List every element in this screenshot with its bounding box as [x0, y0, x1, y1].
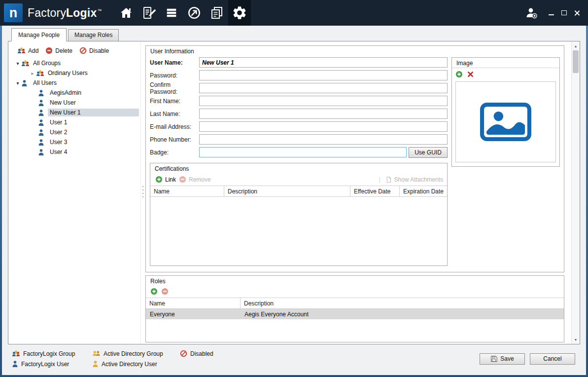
column-header-description[interactable]: Description [224, 186, 350, 196]
remove-image-button[interactable] [467, 71, 474, 78]
role-row-selected[interactable]: Everyone Aegis Everyone Account [146, 309, 564, 319]
scroll-up-button[interactable]: ▲ [572, 42, 580, 50]
materials-nav-button[interactable] [160, 0, 183, 26]
tree-item-user[interactable]: AegisAdmin [10, 88, 140, 98]
tree-item-user[interactable]: User 4 [10, 147, 140, 157]
email-field[interactable] [199, 121, 448, 132]
tree-item-label: AegisAdmin [48, 89, 83, 97]
first-name-field[interactable] [199, 96, 448, 106]
form-row-badge: Badge: Use GUID [150, 147, 448, 157]
vertical-scrollbar[interactable]: ▲ ▼ [571, 41, 580, 344]
settings-nav-button[interactable] [228, 0, 251, 26]
tab-manage-people[interactable]: Manage People [11, 28, 67, 41]
confirm-password-field[interactable] [199, 83, 448, 93]
image-frame[interactable] [455, 81, 556, 162]
email-label: E-mail Address: [150, 123, 199, 130]
add-button[interactable]: Add [17, 47, 38, 54]
footer-bar: FactoryLogix Group Active Directory Grou… [2, 344, 586, 375]
show-attachments-label: Show Attachments [394, 176, 443, 183]
link-label: Link [165, 176, 176, 183]
remove-certification-button[interactable]: Remove [179, 176, 211, 183]
tree-item-user[interactable]: New User [10, 98, 140, 108]
image-box: Image [451, 57, 560, 167]
save-button[interactable]: Save [480, 353, 525, 365]
user-icon [38, 119, 48, 126]
stack-icon [165, 6, 178, 19]
npi-nav-button[interactable] [138, 0, 160, 26]
reports-nav-button[interactable] [206, 0, 228, 26]
add-image-button[interactable] [455, 71, 463, 78]
logoff-user-button[interactable] [525, 6, 538, 19]
remove-role-button[interactable] [161, 288, 169, 295]
user-icon [38, 129, 48, 136]
disable-button[interactable]: Disable [79, 47, 109, 54]
tree-item-user[interactable]: User 2 [10, 127, 140, 137]
certifications-box: Certifications Link [150, 163, 448, 266]
column-header-description[interactable]: Description [241, 298, 564, 308]
user-icon [38, 89, 48, 97]
detail-panel: User Information User Name: Password: [144, 41, 571, 344]
toolbar-separator: | [378, 176, 382, 183]
link-certification-button[interactable]: Link [155, 176, 176, 183]
role-name-cell: Everyone [146, 309, 241, 319]
add-role-button[interactable] [150, 288, 158, 295]
scrollbar-thumb[interactable] [573, 50, 579, 73]
password-field[interactable] [199, 70, 448, 80]
user-icon [21, 79, 31, 87]
minus-circle-icon [45, 47, 53, 54]
first-name-label: First Name: [150, 98, 199, 105]
expander-expanded-icon[interactable]: ▾ [14, 61, 21, 66]
minimize-button[interactable] [549, 10, 554, 15]
window-controls [549, 10, 582, 16]
phone-field[interactable] [199, 134, 448, 145]
tree-item-all-groups[interactable]: ▾ All Groups [10, 58, 140, 68]
show-attachments-button[interactable]: Show Attachments [385, 176, 443, 183]
user-icon [38, 139, 48, 146]
production-nav-button[interactable] [183, 0, 206, 26]
legend-label: FactoryLogix User [21, 361, 69, 368]
password-label: Password: [150, 72, 199, 79]
tab-manage-roles[interactable]: Manage Roles [68, 29, 119, 41]
roles-table-body[interactable] [146, 319, 564, 342]
tree-item-user[interactable]: User 1 [10, 117, 140, 127]
panel-splitter[interactable] [140, 41, 144, 344]
last-name-field[interactable] [199, 109, 448, 119]
roles-title: Roles [146, 276, 564, 286]
scroll-down-button[interactable]: ▼ [572, 336, 580, 343]
tree-item-label: User 2 [48, 128, 69, 136]
expander-collapsed-icon[interactable]: ▸ [29, 71, 36, 76]
form-row-first-name: First Name: [150, 96, 448, 106]
remove-label: Remove [189, 176, 211, 183]
tree-item-ordinary-users[interactable]: ▸ Ordinary Users [10, 68, 140, 78]
disable-label: Disable [89, 47, 109, 54]
group-icon [21, 60, 31, 67]
cancel-button[interactable]: Cancel [530, 353, 575, 365]
home-nav-button[interactable] [115, 0, 138, 26]
close-button[interactable] [574, 10, 580, 16]
delete-button[interactable]: Delete [45, 47, 72, 54]
ban-icon [79, 47, 87, 54]
column-header-expiration-date[interactable]: Expiration Date [400, 186, 447, 196]
brand-logix: Logix [66, 6, 97, 19]
tree-item-label: All Groups [31, 59, 63, 67]
certifications-table-body[interactable] [150, 197, 447, 265]
tree-item-user[interactable]: User 3 [10, 137, 140, 147]
column-header-effective-date[interactable]: Effective Date [350, 186, 400, 196]
confirm-password-label: Confirm Password: [150, 81, 199, 95]
column-header-name[interactable]: Name [150, 186, 224, 196]
group-icon [36, 70, 46, 77]
user-name-field[interactable] [199, 57, 448, 68]
expander-expanded-icon[interactable]: ▾ [14, 80, 21, 86]
app-logo: n [4, 3, 23, 22]
tree-item-all-users[interactable]: ▾ All Users [10, 78, 140, 88]
use-guid-button[interactable]: Use GUID [409, 147, 448, 158]
badge-field[interactable] [199, 147, 407, 157]
maximize-button[interactable] [561, 10, 567, 15]
column-header-name[interactable]: Name [146, 298, 241, 308]
legend-factorylogix-group: FactoryLogix Group [12, 350, 84, 357]
people-tree: ▾ All Groups ▸ Ordinary Users [10, 58, 140, 344]
group-yellow-icon [92, 350, 101, 357]
tree-item-user-selected[interactable]: New User 1 [10, 108, 140, 117]
roles-box: Roles Name Description [145, 275, 564, 342]
brand-title: FactoryLogix™ [28, 6, 102, 20]
